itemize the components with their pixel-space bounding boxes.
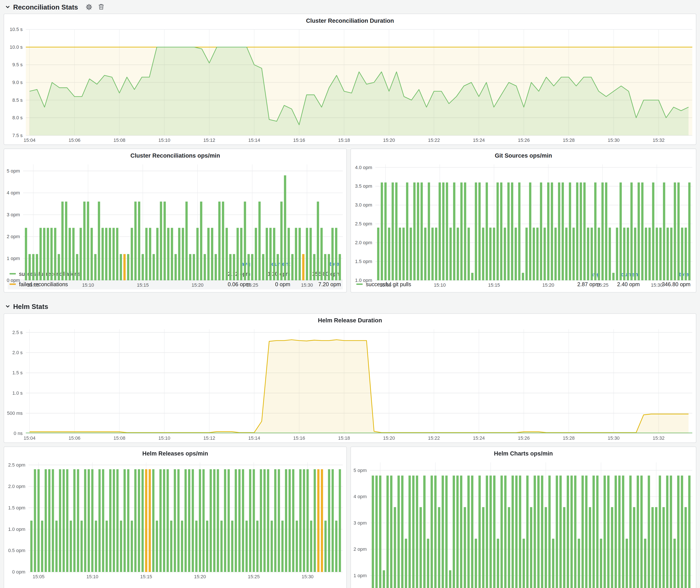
helm-releases-opm-chart[interactable]: 0 opm0.5 opm1.0 opm1.5 opm2.0 opm2.5 opm… (4, 459, 346, 588)
svg-text:15:04: 15:04 (24, 137, 35, 143)
bar (578, 539, 580, 588)
bar (536, 228, 539, 280)
bar (446, 183, 448, 280)
bar (424, 228, 426, 280)
bar (39, 228, 42, 280)
svg-text:15:20: 15:20 (192, 282, 203, 288)
bar (235, 469, 237, 572)
bar (386, 476, 389, 588)
helm-charts-opm-chart[interactable]: 0 opm1 opm2 opm3 opm4 opm5 opm15:0515:10… (351, 459, 696, 588)
bar (273, 228, 275, 280)
bar (317, 469, 319, 572)
svg-text:15:15: 15:15 (140, 574, 152, 579)
bar (511, 183, 513, 280)
bar (442, 183, 444, 280)
bar (281, 521, 284, 572)
panel-cluster-reconciliations-opm: Cluster Reconciliations ops/min 0 opm1 o… (4, 149, 347, 292)
panel-cluster-reconciliation-duration: Cluster Reconciliation Duration 7.5 s8.0… (4, 14, 696, 145)
svg-text:15:30: 15:30 (608, 435, 620, 441)
bar (659, 228, 661, 280)
bar (328, 254, 330, 280)
bar (405, 539, 407, 588)
svg-text:1 opm: 1 opm (353, 573, 367, 578)
svg-text:15:20: 15:20 (194, 574, 206, 579)
bar (529, 183, 531, 280)
trash-icon[interactable] (98, 4, 104, 10)
bar (284, 175, 286, 280)
svg-text:15:28: 15:28 (563, 435, 575, 441)
svg-text:1.0 s: 1.0 s (12, 390, 23, 396)
bar (217, 469, 219, 572)
panel-title-cluster-reconciliation-duration[interactable]: Cluster Reconciliation Duration (4, 16, 696, 26)
panel-helm-release-duration: Helm Release Duration 0 ns500 ms1.0 s1.5… (4, 313, 696, 443)
bar (612, 273, 615, 280)
bar (419, 507, 422, 588)
git-sources-opm-chart[interactable]: 1.0 opm1.5 opm2.0 opm2.5 opm3.0 opm3.5 o… (351, 161, 696, 270)
bar (222, 202, 224, 280)
gear-icon[interactable] (86, 3, 92, 10)
svg-text:15:30: 15:30 (302, 574, 314, 579)
svg-text:8.5 s: 8.5 s (12, 97, 23, 103)
bar (377, 228, 379, 280)
cluster-reconciliation-duration-chart[interactable]: 7.5 s8.0 s8.5 s9.0 s9.5 s10.0 s10.5 s15:… (4, 26, 696, 144)
bar (324, 521, 327, 572)
bar (408, 476, 411, 588)
bar (644, 539, 646, 588)
svg-text:15:25: 15:25 (246, 282, 258, 288)
bar (685, 228, 687, 280)
bar (522, 273, 524, 280)
bar (379, 476, 381, 588)
bar (663, 507, 665, 588)
bar (427, 539, 429, 588)
section-toggle-reconciliation-stats[interactable]: Reconciliation Stats (4, 3, 80, 11)
section-header-helm-stats: Helm Stats (4, 292, 696, 313)
bar (116, 228, 118, 280)
bar (478, 476, 481, 588)
bar (611, 507, 613, 588)
svg-text:2.5 opm: 2.5 opm (8, 462, 25, 468)
panel-title-helm-charts-opm[interactable]: Helm Charts ops/min (351, 449, 696, 459)
svg-text:15:04: 15:04 (24, 435, 35, 441)
bar (211, 228, 213, 280)
bar (314, 469, 316, 572)
svg-text:9.0 s: 9.0 s (12, 80, 23, 85)
bar (120, 254, 122, 280)
svg-text:0 opm: 0 opm (7, 278, 20, 283)
bar (648, 476, 650, 588)
svg-text:15:05: 15:05 (27, 282, 39, 288)
cluster-reconciliations-opm-chart[interactable]: 0 opm1 opm2 opm3 opm4 opm5 opm15:0515:10… (4, 161, 346, 260)
bar (105, 228, 107, 280)
panel-title-git-sources-opm[interactable]: Git Sources ops/min (351, 151, 696, 161)
section-toggle-helm-stats[interactable]: Helm Stats (4, 302, 50, 310)
bar (262, 254, 264, 280)
bar (428, 183, 430, 280)
panel-helm-charts-opm: Helm Charts ops/min 0 opm1 opm2 opm3 opm… (350, 447, 696, 588)
svg-text:1.0 opm: 1.0 opm (355, 278, 372, 283)
bar (648, 228, 651, 280)
bar (442, 476, 444, 588)
bar (131, 228, 133, 280)
panel-title-helm-releases-opm[interactable]: Helm Releases ops/min (4, 449, 346, 459)
bar (523, 539, 525, 588)
helm-release-duration-chart[interactable]: 0 ns500 ms1.0 s1.5 s2.0 s2.5 s15:0415:06… (4, 326, 696, 443)
svg-text:500 ms: 500 ms (7, 410, 23, 416)
bar (149, 469, 151, 572)
panel-title-cluster-reconciliations-opm[interactable]: Cluster Reconciliations ops/min (4, 151, 346, 161)
bar (504, 476, 506, 588)
bar (98, 202, 100, 280)
panel-title-helm-release-duration[interactable]: Helm Release Duration (4, 316, 696, 326)
svg-text:15:18: 15:18 (338, 137, 350, 143)
svg-text:0.5 opm: 0.5 opm (8, 548, 25, 553)
svg-text:15:15: 15:15 (137, 282, 149, 288)
svg-text:4 opm: 4 opm (353, 494, 367, 499)
bar (600, 539, 602, 588)
bar (453, 183, 455, 280)
bar (453, 476, 455, 588)
bar (417, 183, 419, 280)
bar (134, 469, 136, 572)
bar (677, 183, 680, 280)
bar (335, 521, 337, 572)
bar (196, 228, 198, 280)
bar (681, 476, 683, 588)
bar (626, 539, 628, 588)
